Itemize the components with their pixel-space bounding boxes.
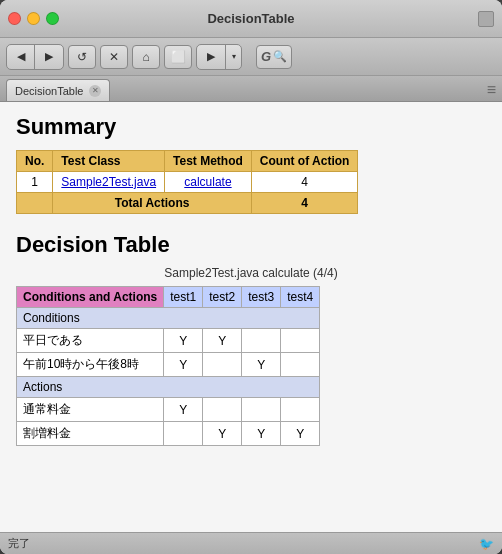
condition-1-t2: Y bbox=[203, 329, 242, 353]
traffic-lights bbox=[8, 12, 59, 25]
action-1-t3 bbox=[242, 398, 281, 422]
reload-button[interactable]: ↺ bbox=[68, 45, 96, 69]
summary-cell-method: calculate bbox=[165, 172, 252, 193]
action-2-t4: Y bbox=[281, 422, 320, 446]
condition-2-label: 午前10時から午後8時 bbox=[17, 353, 164, 377]
decision-table-title: Decision Table bbox=[16, 232, 486, 258]
dt-header-test3: test3 bbox=[242, 287, 281, 308]
summary-cell-count: 4 bbox=[251, 172, 358, 193]
decision-table-tab[interactable]: DecisionTable ✕ bbox=[6, 79, 110, 101]
test-class-link[interactable]: Sample2Test.java bbox=[61, 175, 156, 189]
conditions-label: Conditions bbox=[17, 308, 320, 329]
page-button[interactable]: ⬜ bbox=[164, 45, 192, 69]
play-group: ▶ ▾ bbox=[196, 44, 242, 70]
action-2-t1 bbox=[164, 422, 203, 446]
condition-2-t4 bbox=[281, 353, 320, 377]
condition-2-t3: Y bbox=[242, 353, 281, 377]
condition-1-t3 bbox=[242, 329, 281, 353]
dt-header-test4: test4 bbox=[281, 287, 320, 308]
tab-bar-icon: ≡ bbox=[487, 81, 496, 101]
dt-header-test1: test1 bbox=[164, 287, 203, 308]
condition-1-t4 bbox=[281, 329, 320, 353]
dt-header-ca: Conditions and Actions bbox=[17, 287, 164, 308]
condition-1-label: 平日である bbox=[17, 329, 164, 353]
summary-cell-no: 1 bbox=[17, 172, 53, 193]
summary-header-no: No. bbox=[17, 151, 53, 172]
summary-total-label: Total Actions bbox=[53, 193, 252, 214]
window-title: DecisionTable bbox=[207, 11, 294, 26]
action-row-1: 通常料金 Y bbox=[17, 398, 320, 422]
condition-2-t1: Y bbox=[164, 353, 203, 377]
summary-table: No. Test Class Test Method Count of Acti… bbox=[16, 150, 358, 214]
action-1-label: 通常料金 bbox=[17, 398, 164, 422]
actions-section-row: Actions bbox=[17, 377, 320, 398]
summary-header-method: Test Method bbox=[165, 151, 252, 172]
play-dropdown[interactable]: ▾ bbox=[225, 45, 241, 69]
action-2-label: 割増料金 bbox=[17, 422, 164, 446]
tab-bar: DecisionTable ✕ ≡ bbox=[0, 76, 502, 102]
dt-header-test2: test2 bbox=[203, 287, 242, 308]
condition-row-2: 午前10時から午後8時 Y Y bbox=[17, 353, 320, 377]
toolbar: ◀ ▶ ↺ ✕ ⌂ ⬜ ▶ ▾ G 🔍 bbox=[0, 38, 502, 76]
action-1-t1: Y bbox=[164, 398, 203, 422]
action-1-t2 bbox=[203, 398, 242, 422]
summary-total-spacer bbox=[17, 193, 53, 214]
search-icon[interactable]: 🔍 bbox=[273, 50, 287, 63]
status-text: 完了 bbox=[8, 536, 30, 551]
maximize-button[interactable] bbox=[46, 12, 59, 25]
condition-1-t1: Y bbox=[164, 329, 203, 353]
summary-header-count: Count of Action bbox=[251, 151, 358, 172]
decision-table: Conditions and Actions test1 test2 test3… bbox=[16, 286, 320, 446]
play-button[interactable]: ▶ bbox=[197, 45, 225, 69]
tab-label: DecisionTable bbox=[15, 85, 83, 97]
action-2-t2: Y bbox=[203, 422, 242, 446]
minimize-button[interactable] bbox=[27, 12, 40, 25]
app-window: DecisionTable ◀ ▶ ↺ ✕ ⌂ ⬜ ▶ ▾ G 🔍 Decisi… bbox=[0, 0, 502, 554]
summary-cell-class: Sample2Test.java bbox=[53, 172, 165, 193]
actions-label: Actions bbox=[17, 377, 320, 398]
home-button[interactable]: ⌂ bbox=[132, 45, 160, 69]
tab-close-button[interactable]: ✕ bbox=[89, 85, 101, 97]
close-button[interactable] bbox=[8, 12, 21, 25]
summary-total-count: 4 bbox=[251, 193, 358, 214]
search-group: G 🔍 bbox=[256, 45, 292, 69]
nav-group: ◀ ▶ bbox=[6, 44, 64, 70]
status-icon: 🐦 bbox=[479, 537, 494, 551]
status-bar: 完了 🐦 bbox=[0, 532, 502, 554]
condition-2-t2 bbox=[203, 353, 242, 377]
search-g-icon: G bbox=[261, 49, 271, 64]
summary-row-1: 1 Sample2Test.java calculate 4 bbox=[17, 172, 358, 193]
summary-total-row: Total Actions 4 bbox=[17, 193, 358, 214]
back-button[interactable]: ◀ bbox=[7, 45, 35, 69]
summary-title: Summary bbox=[16, 114, 486, 140]
forward-button[interactable]: ▶ bbox=[35, 45, 63, 69]
content-area: Summary No. Test Class Test Method Count… bbox=[0, 102, 502, 532]
title-bar: DecisionTable bbox=[0, 0, 502, 38]
test-method-link[interactable]: calculate bbox=[184, 175, 231, 189]
action-1-t4 bbox=[281, 398, 320, 422]
action-2-t3: Y bbox=[242, 422, 281, 446]
action-row-2: 割増料金 Y Y Y bbox=[17, 422, 320, 446]
decision-wrapper: Conditions and Actions test1 test2 test3… bbox=[16, 286, 486, 446]
window-resize bbox=[478, 11, 494, 27]
decision-caption: Sample2Test.java calculate (4/4) bbox=[16, 266, 486, 280]
stop-button[interactable]: ✕ bbox=[100, 45, 128, 69]
summary-header-class: Test Class bbox=[53, 151, 165, 172]
conditions-section-row: Conditions bbox=[17, 308, 320, 329]
condition-row-1: 平日である Y Y bbox=[17, 329, 320, 353]
